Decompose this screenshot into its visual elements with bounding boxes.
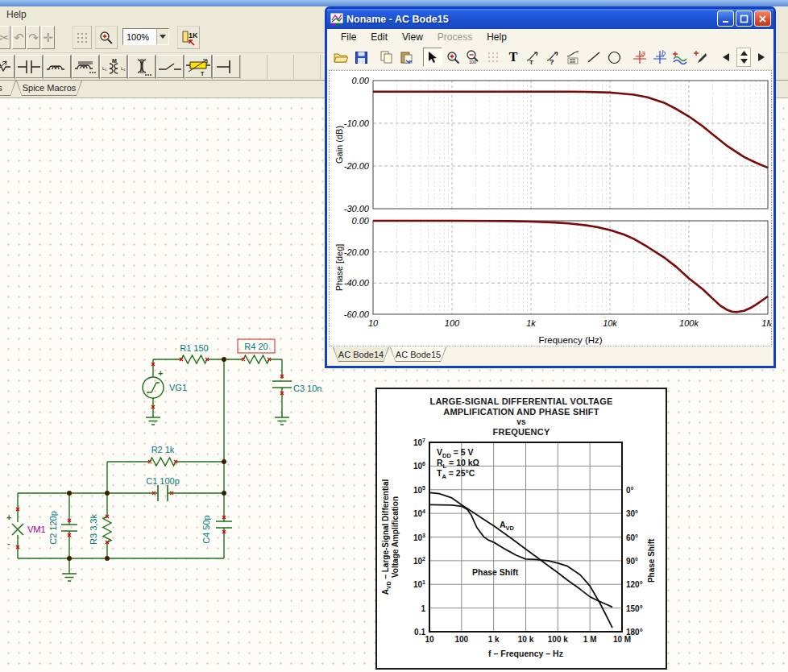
- transformer-icon: [131, 57, 152, 77]
- label-r4[interactable]: R4 20: [244, 342, 268, 351]
- nav-right-icon: [758, 53, 765, 61]
- annotate-curve-button[interactable]: T: [524, 48, 543, 67]
- meter-vm1[interactable]: [12, 524, 23, 535]
- diagram-window-icon: [330, 13, 343, 26]
- paste-button[interactable]: [397, 48, 417, 67]
- label-vg1[interactable]: VG1: [169, 383, 187, 392]
- close-icon: [758, 15, 767, 23]
- grid-toggle-button[interactable]: [483, 48, 503, 67]
- curve-legend-icon: [566, 50, 581, 64]
- tab-partial[interactable]: ors: [0, 81, 16, 96]
- bode-menu-edit[interactable]: Edit: [363, 31, 395, 43]
- cursor-b-button[interactable]: b: [650, 48, 670, 67]
- ground-vg1: [146, 413, 160, 425]
- bode-toolbar: 100 T T ?: [327, 45, 773, 70]
- vm1-plus-sign: +: [6, 512, 11, 522]
- svg-text:a: a: [641, 50, 645, 57]
- minimize-icon: [722, 15, 730, 23]
- svg-text:T: T: [529, 59, 533, 64]
- label-r2[interactable]: R2 1k: [151, 445, 175, 454]
- source-vg1[interactable]: [143, 377, 164, 398]
- pen-tool-button[interactable]: [691, 48, 710, 67]
- unit-resistor-icon: 1K: [180, 29, 197, 47]
- menu-help[interactable]: Help: [6, 9, 27, 20]
- copy-button[interactable]: [377, 48, 396, 67]
- tab-ac-bode15[interactable]: AC Bode15: [390, 347, 446, 362]
- capacitor-button[interactable]: [15, 55, 43, 78]
- bode-menu-help[interactable]: Help: [479, 31, 514, 43]
- prev-page-button[interactable]: [716, 48, 736, 67]
- cut-button[interactable]: ✂: [0, 26, 10, 49]
- zoom-button[interactable]: [95, 26, 118, 49]
- bode-chart-panel[interactable]: 0.00-10.00-20.00-30.00Gain (dB)0.00-20.0…: [329, 70, 772, 346]
- thermistor-button[interactable]: T: [185, 55, 212, 78]
- label-c3[interactable]: C3 10n: [293, 384, 321, 393]
- svg-text:10: 10: [425, 635, 434, 644]
- bode-window: Noname - AC Bode15 File Edit View Proces…: [325, 6, 776, 368]
- label-c2[interactable]: C2 120p: [48, 511, 58, 545]
- switch-button[interactable]: [156, 55, 184, 78]
- terminal-button[interactable]: [213, 55, 240, 78]
- svg-text:0°: 0°: [626, 486, 634, 495]
- grid-toggle-button[interactable]: [73, 26, 92, 49]
- close-button[interactable]: [754, 10, 771, 27]
- last-component-button[interactable]: ✛: [41, 26, 55, 49]
- capacitor-c1[interactable]: [158, 485, 168, 501]
- label-c1[interactable]: C1 100p: [146, 476, 180, 486]
- copy-icon: [380, 51, 393, 64]
- restore-button[interactable]: [736, 10, 753, 27]
- zoom-level-combobox[interactable]: 100%: [122, 28, 169, 45]
- resistor-r3[interactable]: [103, 516, 111, 542]
- cursor-tool-button[interactable]: [423, 48, 442, 67]
- next-page-button[interactable]: [752, 48, 771, 67]
- zoom-level-dropdown[interactable]: [156, 29, 168, 44]
- tab-spice-macros[interactable]: Spice Macros: [16, 81, 82, 96]
- text-tool-button[interactable]: T: [504, 48, 523, 67]
- svg-text:-10.00: -10.00: [344, 118, 370, 128]
- curve-info-button[interactable]: ?: [544, 48, 563, 67]
- svg-text:1: 1: [421, 604, 425, 613]
- cursor-b-icon: b: [653, 50, 667, 64]
- capacitor-c2[interactable]: [61, 525, 77, 531]
- redo-button[interactable]: ↷: [27, 26, 40, 49]
- redo-icon: ↷: [28, 31, 39, 44]
- cursor-a-button[interactable]: a: [630, 48, 649, 67]
- svg-text:0.00: 0.00: [352, 216, 370, 226]
- add-curves-button[interactable]: [670, 48, 690, 67]
- label-r1[interactable]: R1 150: [180, 343, 208, 353]
- capacitor-c3[interactable]: [272, 381, 292, 388]
- legend-tool-button[interactable]: [564, 48, 583, 67]
- potentiometer-icon: [0, 58, 13, 76]
- capacitor-c4[interactable]: [216, 521, 232, 528]
- unit-values-button[interactable]: 1K: [177, 26, 200, 49]
- coupled-inductors-button[interactable]: M L₁L₂: [100, 55, 127, 78]
- svg-text:TA = 25°C: TA = 25°C: [437, 468, 475, 480]
- ellipse-tool-button[interactable]: [604, 48, 624, 67]
- label-r3[interactable]: R3 3,3k: [89, 514, 98, 545]
- save-button[interactable]: [351, 48, 371, 67]
- label-c4[interactable]: C4 50p: [201, 515, 211, 543]
- resistor-r1[interactable]: [181, 355, 207, 363]
- svg-text:AVD: AVD: [500, 520, 515, 532]
- zoom-100-button[interactable]: 100: [463, 48, 483, 67]
- transformer-button[interactable]: [128, 55, 156, 78]
- iron-core-inductor-button[interactable]: [72, 55, 99, 78]
- undo-button[interactable]: ↶: [12, 26, 26, 49]
- resistor-r4[interactable]: [243, 355, 269, 363]
- potentiometer-button[interactable]: [0, 55, 15, 78]
- tab-ac-bode14[interactable]: AC Bode14: [333, 347, 389, 362]
- open-button[interactable]: [331, 48, 350, 67]
- bode-titlebar[interactable]: Noname - AC Bode15: [327, 9, 773, 29]
- label-vm1[interactable]: VM1: [27, 525, 46, 534]
- bode-menu-view[interactable]: View: [395, 31, 430, 43]
- inductor-button[interactable]: [44, 55, 71, 78]
- bode-menu-file[interactable]: File: [334, 31, 363, 43]
- svg-text:90°: 90°: [626, 557, 638, 566]
- bode-tab-bar: AC Bode14 AC Bode15: [327, 346, 773, 366]
- svg-text:1M: 1M: [761, 318, 771, 328]
- minimize-button[interactable]: [717, 10, 734, 27]
- line-tool-button[interactable]: [584, 48, 603, 67]
- page-spinner[interactable]: [736, 48, 751, 67]
- zoom-in-button[interactable]: [443, 48, 462, 67]
- resistor-r2[interactable]: [150, 458, 176, 466]
